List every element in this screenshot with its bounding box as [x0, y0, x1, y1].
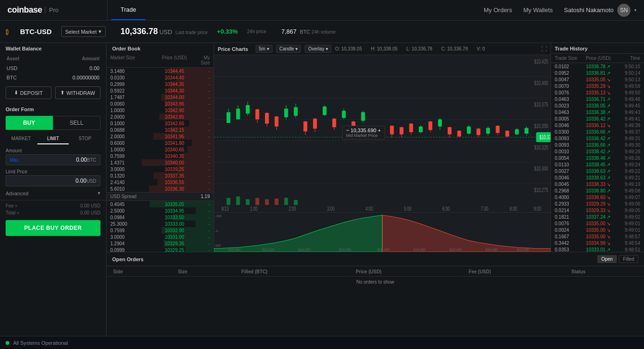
- trade-history-row: 0.1667 10335.00 ↘ 9:48:57: [551, 233, 644, 240]
- trade-history-row: 0.0076 10335.00 ↘ 9:49:01: [551, 220, 644, 227]
- ask-row[interactable]: 0.6000 10341.80 -: [107, 140, 214, 146]
- market-tab[interactable]: MARKET: [6, 134, 36, 144]
- amount-max[interactable]: Max: [10, 157, 19, 163]
- withdraw-icon: ⬆: [60, 90, 64, 96]
- deposit-button[interactable]: ⬇ DEPOSIT: [6, 86, 51, 99]
- wallet-asset: BTC: [1, 73, 66, 82]
- amount-input[interactable]: [22, 157, 87, 163]
- ask-row[interactable]: 3.0000 10339.25 -: [107, 166, 214, 172]
- svg-rect-18: [227, 112, 230, 123]
- limit-price-input[interactable]: [10, 178, 86, 184]
- ask-row[interactable]: 1.7487 10344.00 -: [107, 94, 214, 100]
- chart-type-selector[interactable]: Candle ▾: [276, 45, 301, 53]
- bid-row[interactable]: 0.7599 10332.90 -: [107, 227, 214, 234]
- limit-tab[interactable]: LIMIT: [37, 134, 68, 144]
- my-orders-button[interactable]: My Orders: [484, 7, 512, 14]
- ask-row[interactable]: 1.0000 10340.65 -: [107, 146, 214, 153]
- ask-row[interactable]: 0.0688 10342.15 -: [107, 127, 214, 133]
- buy-button[interactable]: BUY: [6, 116, 53, 130]
- ask-size: 1.0000: [110, 147, 153, 152]
- advanced-toggle[interactable]: Advanced ▾: [0, 188, 106, 198]
- ask-row[interactable]: 2.4140 10336.55 -: [107, 179, 214, 185]
- svg-rect-74: [496, 126, 500, 133]
- th-trade-time: 9:49:30: [617, 142, 640, 148]
- change-label: 24h price: [247, 29, 266, 34]
- wallet-amount: 0.00: [67, 64, 105, 72]
- ask-row[interactable]: 2.0000 10342.85 -: [107, 114, 214, 120]
- stop-tab[interactable]: STOP: [70, 134, 100, 144]
- th-trade-time: 9:49:48: [617, 97, 640, 102]
- ask-size: 0.5922: [110, 88, 153, 93]
- wallet-table: Asset Amount USD0.00BTC0.00000000: [0, 53, 106, 83]
- wallet-asset: USD: [1, 64, 66, 72]
- svg-rect-82: [236, 196, 240, 205]
- bid-row[interactable]: 0.0999 10329.25 -: [107, 247, 214, 252]
- ask-row[interactable]: 5.6010 10336.30 -: [107, 185, 214, 192]
- filled-tab[interactable]: Filled: [619, 255, 638, 263]
- ask-row[interactable]: 0.2999 10344.35 -: [107, 81, 214, 87]
- th-trade-size: 0.2968: [555, 188, 580, 193]
- ask-row[interactable]: 0.7599 10340.35 -: [107, 153, 214, 159]
- bid-row[interactable]: 2.5000 10334.95 -: [107, 207, 214, 214]
- ohlcv-v: V: 0: [477, 46, 488, 51]
- bid-row[interactable]: 0.0984 10333.50 -: [107, 214, 214, 221]
- nav-tab-trade[interactable]: Trade: [111, 0, 145, 20]
- overlay-selector[interactable]: Overlay ▾: [305, 45, 331, 53]
- svg-text:$10,300: $10,300: [534, 166, 548, 172]
- svg-text:$10,400: $10,400: [534, 80, 548, 86]
- sell-button[interactable]: SELL: [53, 116, 101, 130]
- th-trade-price: 10338.63 ↗: [580, 169, 617, 174]
- wallet-row: USD0.00: [1, 64, 105, 72]
- buy-sell-tabs: BUY SELL: [6, 116, 100, 130]
- withdraw-button[interactable]: ⬆ WITHDRAW: [55, 86, 101, 99]
- place-order-button[interactable]: PLACE BUY ORDER: [6, 220, 100, 236]
- ask-row[interactable]: 1.4371 10340.00 -: [107, 159, 214, 166]
- my-wallets-button[interactable]: My Wallets: [523, 7, 553, 14]
- svg-rect-36: [313, 119, 317, 128]
- svg-rect-54: [400, 127, 403, 134]
- ask-row[interactable]: 0.0100 10344.40 -: [107, 74, 214, 81]
- open-orders-table: Side Size Filled (BTC) Price (USD) Fee (…: [107, 266, 644, 287]
- th-trade-size: 0.0027: [555, 169, 580, 174]
- th-trade-price: 10338.80 ↗: [580, 188, 617, 193]
- th-column-headers: Trade Size Price (USD) Time: [551, 54, 644, 63]
- ob-market-size-col: Market Size: [110, 55, 153, 65]
- user-dropdown-arrow[interactable]: ▾: [634, 7, 637, 13]
- th-trade-price: 10336.78 ↗: [580, 64, 617, 69]
- svg-rect-68: [467, 127, 471, 134]
- svg-text:$10,336.78: $10,336.78: [539, 135, 551, 141]
- bid-row[interactable]: 0.4045 10335.05 -: [107, 201, 214, 207]
- ask-row[interactable]: 0.0060 10343.96 -: [107, 100, 214, 107]
- th-trade-price: 10335.00 ↘: [580, 221, 617, 226]
- wallet-buttons: ⬇ DEPOSIT ⬆ WITHDRAW: [0, 83, 106, 103]
- spread-value: 1.19: [201, 194, 210, 199]
- ob-price-col: Price (USD): [153, 55, 196, 65]
- chart-expand-icon[interactable]: ⛶: [541, 46, 547, 52]
- fee-label: Fee ≈: [6, 203, 18, 208]
- open-tab[interactable]: Open: [597, 255, 617, 263]
- bid-row[interactable]: 3.0000 10331.00 -: [107, 234, 214, 240]
- bid-row[interactable]: 1.2904 10329.35 -: [107, 240, 214, 247]
- ask-row[interactable]: 1.0000 10342.90 -: [107, 107, 214, 114]
- order-type-tabs: MARKET LIMIT STOP: [6, 134, 100, 144]
- svg-text:$10,275: $10,275: [534, 187, 548, 193]
- ask-row[interactable]: 3.1480 10344.45 -: [107, 68, 214, 74]
- select-market-button[interactable]: Select Market ▾: [61, 26, 106, 37]
- svg-rect-22: [246, 105, 250, 114]
- limit-price-input-row: USD: [6, 175, 100, 186]
- th-trade-size: 0.0093: [555, 136, 580, 141]
- timeframe-selector[interactable]: 5m ▾: [256, 45, 272, 53]
- svg-text:$10,425: $10,425: [534, 59, 548, 65]
- bid-size: 1.2904: [110, 241, 153, 246]
- ask-row[interactable]: 0.1000 10342.65 -: [107, 120, 214, 127]
- th-trade-size: 0.4000: [555, 195, 580, 200]
- trade-history-row: 0.0463 10336.38 ↗ 9:49:43: [551, 109, 644, 115]
- bid-row[interactable]: 25.3000 10333.00 -: [107, 221, 214, 227]
- limit-price-field: Limit Price USD: [0, 167, 106, 188]
- th-trade-price: 10336.38 ↗: [580, 110, 617, 115]
- ask-row[interactable]: 0.1320 10337.35 -: [107, 172, 214, 179]
- ask-row[interactable]: 0.5922 10344.30 -: [107, 87, 214, 94]
- svg-text:2:00: 2:00: [288, 206, 296, 212]
- ask-row[interactable]: 2.0000 10341.95 -: [107, 133, 214, 140]
- th-trade-time: 9:49:59: [617, 84, 640, 89]
